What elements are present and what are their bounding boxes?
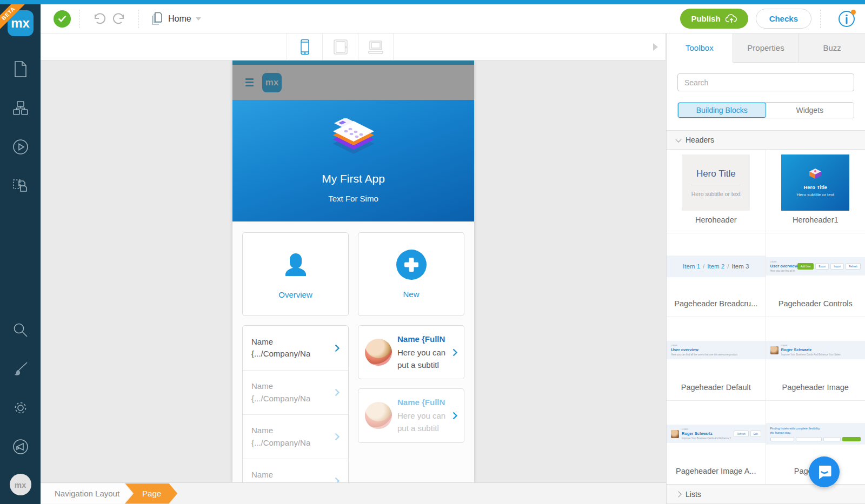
- heroheader1-thumbnail: Hero Title Hero subtitle or text: [781, 154, 849, 211]
- chevron-right-icon: [675, 491, 681, 497]
- app-logo-block[interactable]: mx BETA: [0, 4, 41, 42]
- profile-card[interactable]: Name {FullN Here you can put a subtitl: [358, 325, 464, 379]
- hero-header[interactable]: My First App Text For Simo: [232, 100, 474, 221]
- block-pageheader-breadcrumb[interactable]: Item 1/ Item 2/ Item 3 Pageheader Breadc…: [667, 233, 766, 317]
- hero-subtitle: Text For Simo: [328, 194, 378, 203]
- profile-subtitle: Here you can put a subtitl: [397, 346, 447, 372]
- play-circle-icon: [12, 139, 29, 155]
- block-pageheader-default[interactable]: USER User overview Here you can find all…: [667, 317, 766, 401]
- block-heroheader[interactable]: Hero Title Hero subtitle or text Herohea…: [667, 150, 766, 233]
- profile-name: Name {FullN: [397, 397, 447, 408]
- image-thumbnail: USER Roger Schwartz Improve Your Busines…: [766, 341, 865, 359]
- widgets-toggle[interactable]: Widgets: [766, 103, 854, 118]
- undo-button[interactable]: [91, 11, 107, 27]
- phone-statusbar: [232, 61, 474, 65]
- design-canvas[interactable]: mx My First App Text For Simo Overview: [41, 61, 666, 482]
- new-card[interactable]: New: [358, 232, 464, 316]
- block-pageheader-image[interactable]: USER Roger Schwartz Improve Your Busines…: [766, 317, 865, 401]
- redo-icon: [113, 13, 126, 25]
- top-toolbar: Home Publish Checks: [41, 4, 865, 33]
- phone-preview[interactable]: mx My First App Text For Simo Overview: [232, 61, 474, 482]
- list-item[interactable]: Name{.../Company/Na: [243, 414, 348, 459]
- chevron-right-icon: [335, 344, 340, 352]
- toolbar-separator: [820, 10, 821, 28]
- sidebar-item-pages[interactable]: [9, 57, 32, 81]
- plus-icon: [396, 250, 427, 280]
- default-thumbnail: USER User overview Here you can find all…: [667, 341, 766, 359]
- sitemap-icon: [12, 100, 29, 116]
- toolbar-separator: [79, 10, 80, 28]
- block-pageheader-image-actions[interactable]: USER Roger Schwartz Improve Your Busines…: [667, 401, 766, 485]
- breadcrumb-navigation-layout[interactable]: Navigation Layout: [41, 483, 132, 504]
- toolbox-search-input[interactable]: [677, 73, 854, 91]
- laptop-icon: [368, 39, 384, 55]
- person-icon: [280, 249, 311, 280]
- name-list-card: Name{.../Company/Na Name{.../Company/Na …: [242, 325, 349, 482]
- page-icon: [13, 61, 28, 78]
- block-pageheader-controls[interactable]: USER User overview Here you can find all…: [766, 233, 865, 317]
- cloud-upload-icon: [726, 14, 737, 24]
- profile-photo: [365, 402, 392, 429]
- sidebar-item-layouts[interactable]: [9, 174, 32, 198]
- tablet-icon: [333, 39, 348, 55]
- chevron-right-icon: [453, 348, 457, 357]
- device-toolbar: [41, 33, 666, 61]
- device-tablet-button[interactable]: [322, 33, 358, 61]
- sidebar-item-search[interactable]: [9, 318, 32, 342]
- phone-navbar: mx: [232, 65, 474, 100]
- sidebar-item-microflows[interactable]: [9, 135, 32, 159]
- current-page-title: Home: [168, 14, 191, 24]
- chevron-right-icon: [453, 412, 457, 420]
- publish-button[interactable]: Publish: [680, 9, 748, 29]
- device-desktop-button[interactable]: [358, 33, 394, 61]
- device-phone-button[interactable]: [287, 33, 322, 61]
- tab-properties[interactable]: Properties: [733, 33, 800, 62]
- checks-button[interactable]: Checks: [756, 9, 811, 29]
- search-header-thumbnail: Finding hotels with complete flexibility…: [766, 423, 865, 445]
- gear-icon: [12, 400, 29, 416]
- building-blocks-toggle[interactable]: Building Blocks: [678, 103, 766, 118]
- list-item[interactable]: Name{.../Company/Na: [243, 370, 348, 414]
- sidebar-item-feedback[interactable]: [9, 435, 32, 459]
- profile-card[interactable]: Name {FullN Here you can put a subtitl: [358, 388, 464, 442]
- breadcrumb-bar: Navigation Layout Page: [41, 482, 666, 504]
- list-item[interactable]: Name{.../Company/Na: [243, 326, 348, 370]
- tab-toolbox[interactable]: Toolbox: [667, 33, 733, 63]
- breadcrumb-page[interactable]: Page: [125, 483, 177, 504]
- check-icon: [58, 15, 66, 22]
- section-lists[interactable]: Lists: [667, 485, 865, 504]
- cube-icon: [808, 168, 822, 181]
- sidebar-item-domain-model[interactable]: [9, 96, 32, 120]
- breadcrumb-thumbnail: Item 1/ Item 2/ Item 3: [667, 256, 766, 277]
- profile-subtitle: Here you can put a subtitl: [397, 409, 447, 435]
- chevron-right-icon: [335, 388, 340, 397]
- user-avatar[interactable]: mx: [10, 474, 31, 495]
- info-button[interactable]: [838, 10, 855, 28]
- profile-name: Name {FullN: [397, 333, 447, 345]
- chevron-down-icon: [196, 17, 201, 21]
- new-label: New: [403, 290, 419, 299]
- tab-buzz[interactable]: Buzz: [799, 33, 865, 62]
- overview-card[interactable]: Overview: [242, 232, 349, 316]
- document-switcher[interactable]: Home: [151, 12, 201, 26]
- paintbrush-icon: [12, 361, 29, 377]
- hamburger-menu-icon[interactable]: [245, 78, 254, 86]
- mini-avatar: [671, 430, 679, 438]
- section-headers[interactable]: Headers: [667, 130, 865, 150]
- phone-icon: [300, 39, 310, 55]
- app-sidebar: mx BETA mx: [0, 4, 41, 504]
- chevron-right-icon: [335, 433, 340, 441]
- redo-button[interactable]: [111, 11, 128, 27]
- status-ok-button[interactable]: [54, 10, 71, 28]
- profile-photo: [365, 339, 392, 366]
- sidebar-item-theme[interactable]: [9, 357, 32, 381]
- chat-launcher-button[interactable]: [809, 456, 840, 487]
- list-item[interactable]: Name{.../Company/Na: [243, 459, 348, 482]
- block-heroheader1[interactable]: Hero Title Hero subtitle or text Herohea…: [766, 150, 865, 233]
- sidebar-item-settings[interactable]: [9, 396, 32, 420]
- collapse-panel-arrow[interactable]: [653, 43, 658, 51]
- phone-content: Overview New Name{.../Company/Na Name{..…: [232, 221, 474, 482]
- overview-label: Overview: [278, 290, 312, 299]
- mini-avatar: [770, 346, 778, 354]
- chevron-right-icon: [335, 477, 340, 482]
